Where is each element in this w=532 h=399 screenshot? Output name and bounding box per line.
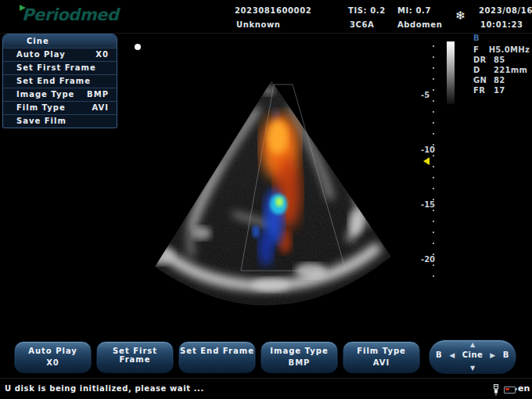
probe-model: 3C6A xyxy=(350,20,374,29)
cine-right-mode-label[interactable]: B xyxy=(503,350,509,359)
freeze-snowflake-icon: ❄ xyxy=(455,9,466,23)
exam-id: 2023081600002 xyxy=(235,6,311,15)
set-first-frame-button[interactable]: Set First Frame xyxy=(96,341,174,373)
param-depth: D221mm xyxy=(473,65,530,75)
param-dynamic-range: DR85 xyxy=(473,55,530,65)
depth-label: -5 xyxy=(421,91,437,99)
image-parameters: FH5.0MHz DR85 D221mm GN82 FR17 xyxy=(473,45,530,95)
tis-value: TIS: 0.2 xyxy=(348,6,386,15)
menu-item-auto-play[interactable]: Auto Play X0 xyxy=(3,48,117,61)
ultrasound-image xyxy=(117,36,430,310)
probe-orientation-marker xyxy=(135,44,141,50)
ultrasound-app-screen: Periodmed 2023081600002 Unknown TIS: 0.2… xyxy=(0,0,532,399)
menu-item-save-film[interactable]: Save Film xyxy=(3,114,117,128)
language-indicator[interactable]: en xyxy=(518,383,530,394)
menu-item-set-end-frame[interactable]: Set End Frame xyxy=(3,74,117,88)
focus-marker-icon xyxy=(423,157,430,165)
grayscale-bar xyxy=(447,41,455,104)
system-date: 2023/08/16 xyxy=(479,6,532,15)
menu-item-image-type[interactable]: Image Type BMP xyxy=(3,88,117,101)
depth-label: -15 xyxy=(421,200,437,209)
auto-play-button[interactable]: Auto Play X0 xyxy=(14,341,92,373)
mode-label: B xyxy=(473,34,480,42)
menu-item-set-first-frame[interactable]: Set First Frame xyxy=(3,61,117,74)
system-time: 10:01:23 xyxy=(480,20,523,29)
usb-icon xyxy=(492,384,500,396)
mi-value: MI: 0.7 xyxy=(397,6,431,15)
status-message: U disk is being initialized, please wait… xyxy=(5,384,204,393)
cine-nav-control[interactable]: ▲ B ◀ Cine ▶ B ▼ xyxy=(429,340,516,374)
cine-prev-icon[interactable]: ◀ xyxy=(449,351,455,359)
top-status-bar: Periodmed 2023081600002 Unknown TIS: 0.2… xyxy=(0,0,532,34)
param-gain: GN82 xyxy=(473,75,530,85)
cine-next-icon[interactable]: ▶ xyxy=(490,351,495,359)
set-end-frame-button[interactable]: Set End Frame xyxy=(178,341,256,373)
depth-label: -20 xyxy=(421,255,437,264)
film-type-button[interactable]: Film Type AVI xyxy=(343,341,420,373)
battery-icon xyxy=(504,386,516,394)
exam-preset: Abdomen xyxy=(397,20,442,29)
depth-ruler xyxy=(433,45,434,279)
param-frame-rate: FR17 xyxy=(473,85,530,95)
cine-up-icon[interactable]: ▲ xyxy=(430,342,516,348)
depth-label: -10 xyxy=(421,146,437,154)
patient-name: Unknown xyxy=(236,20,280,29)
cine-down-icon[interactable]: ▼ xyxy=(430,365,516,372)
param-frequency: FH5.0MHz xyxy=(473,45,530,55)
cine-label: Cine xyxy=(462,350,483,359)
cine-left-mode-label[interactable]: B xyxy=(436,350,442,359)
bottom-status-bar: U disk is being initialized, please wait… xyxy=(0,378,532,399)
cine-context-menu: Cine Auto Play X0 Set First Frame Set En… xyxy=(2,34,117,128)
image-type-button[interactable]: Image Type BMP xyxy=(261,341,338,373)
menu-item-film-type[interactable]: Film Type AVI xyxy=(3,101,117,114)
context-menu-header: Cine xyxy=(3,34,117,48)
brand-logo: Periodmed xyxy=(22,5,118,24)
